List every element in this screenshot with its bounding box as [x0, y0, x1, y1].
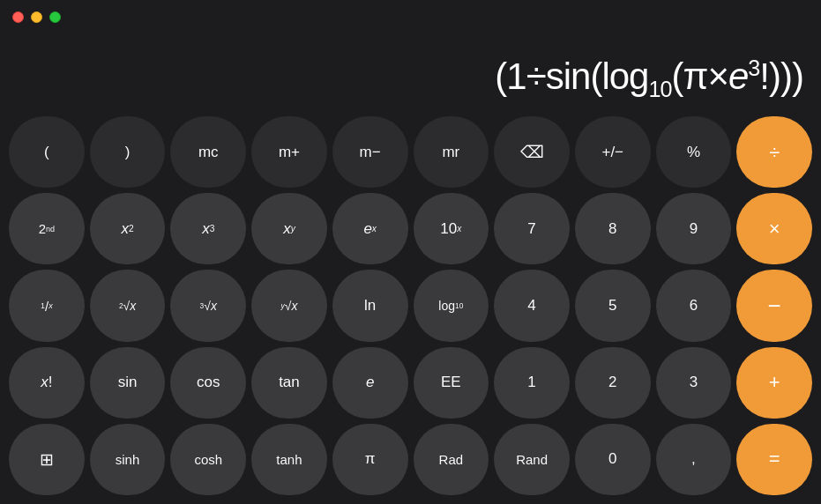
zero-button[interactable]: 0	[575, 424, 651, 495]
nine-button[interactable]: 9	[656, 193, 732, 264]
sin-button[interactable]: sin	[90, 347, 166, 419]
x-cubed-button[interactable]: x3	[170, 193, 246, 264]
plus-minus-button[interactable]: +/−	[575, 116, 651, 188]
x-squared-button[interactable]: x2	[90, 193, 166, 264]
backspace-button[interactable]: ⌫	[494, 116, 570, 188]
reciprocal-button[interactable]: 1/x	[9, 270, 85, 341]
equals-button[interactable]: =	[736, 424, 812, 495]
one-button[interactable]: 1	[494, 347, 570, 419]
ten-power-x-button[interactable]: 10x	[414, 193, 489, 264]
second-button[interactable]: 2nd	[9, 193, 85, 264]
maximize-button[interactable]	[49, 11, 61, 23]
x-power-y-button[interactable]: xy	[251, 193, 327, 264]
button-row-3: 1/x 2√x 3√x y√x ln log10 4 5 6 −	[9, 270, 812, 341]
percent-button[interactable]: %	[656, 116, 732, 188]
display: (1÷sin(log10(π×e3!)))	[0, 33, 821, 113]
e-power-x-button[interactable]: ex	[332, 193, 408, 264]
two-button[interactable]: 2	[575, 347, 651, 419]
eight-button[interactable]: 8	[575, 193, 651, 264]
sinh-button[interactable]: sinh	[90, 424, 166, 495]
comma-button[interactable]: ,	[656, 424, 732, 495]
log10-button[interactable]: log10	[414, 270, 489, 341]
add-button[interactable]: +	[736, 347, 812, 419]
close-paren-button[interactable]: )	[90, 116, 166, 188]
tan-button[interactable]: tan	[251, 347, 327, 419]
sqrt-button[interactable]: 2√x	[90, 270, 166, 341]
cos-button[interactable]: cos	[170, 347, 246, 419]
button-row-5: ⊞ sinh cosh tanh π Rad Rand 0 , =	[9, 424, 812, 495]
m-plus-button[interactable]: m+	[251, 116, 327, 188]
rand-button[interactable]: Rand	[494, 424, 570, 495]
factorial-button[interactable]: x!	[9, 347, 85, 419]
buttons-container: ( ) mc m+ m− mr ⌫ +/− % ÷ 2nd x2 x3 xy e…	[0, 113, 821, 504]
mc-button[interactable]: mc	[170, 116, 246, 188]
display-expression: (1÷sin(log10(π×e3!)))	[495, 56, 803, 102]
five-button[interactable]: 5	[575, 270, 651, 341]
mr-button[interactable]: mr	[414, 116, 489, 188]
ln-button[interactable]: ln	[332, 270, 408, 341]
euler-button[interactable]: e	[332, 347, 408, 419]
tanh-button[interactable]: tanh	[251, 424, 327, 495]
cbrt-button[interactable]: 3√x	[170, 270, 246, 341]
ee-button[interactable]: EE	[414, 347, 489, 419]
four-button[interactable]: 4	[494, 270, 570, 341]
close-button[interactable]	[12, 11, 24, 23]
button-row-2: 2nd x2 x3 xy ex 10x 7 8 9 ×	[9, 193, 812, 264]
cosh-button[interactable]: cosh	[170, 424, 246, 495]
pi-button[interactable]: π	[332, 424, 408, 495]
divide-button[interactable]: ÷	[736, 116, 812, 188]
subtract-button[interactable]: −	[736, 270, 812, 341]
calculator-view-button[interactable]: ⊞	[9, 424, 85, 495]
minimize-button[interactable]	[31, 11, 42, 23]
multiply-button[interactable]: ×	[736, 193, 812, 264]
six-button[interactable]: 6	[656, 270, 732, 341]
button-row-1: ( ) mc m+ m− mr ⌫ +/− % ÷	[9, 116, 812, 188]
seven-button[interactable]: 7	[494, 193, 570, 264]
rad-button[interactable]: Rad	[414, 424, 489, 495]
m-minus-button[interactable]: m−	[332, 116, 408, 188]
three-button[interactable]: 3	[656, 347, 732, 419]
open-paren-button[interactable]: (	[9, 116, 85, 188]
title-bar	[0, 0, 821, 33]
button-row-4: x! sin cos tan e EE 1 2 3 +	[9, 347, 812, 419]
yrt-button[interactable]: y√x	[251, 270, 327, 341]
